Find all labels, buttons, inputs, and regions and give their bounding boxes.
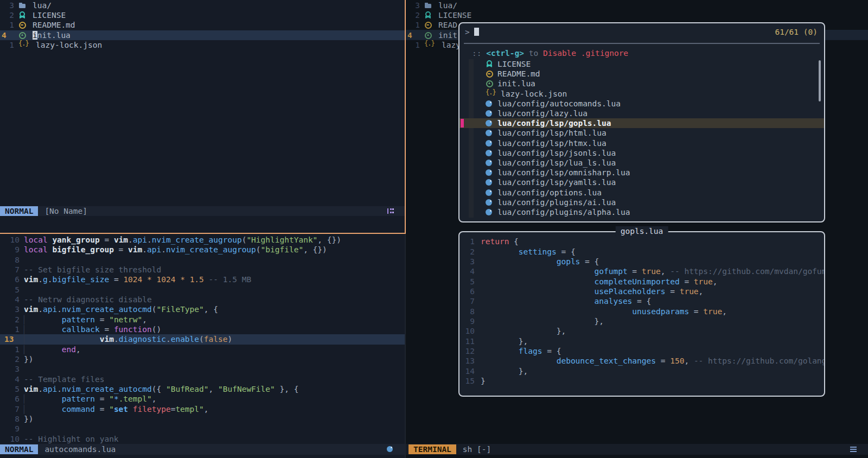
code-line: 3 gopls = { — [459, 257, 824, 266]
initlua-icon — [424, 31, 432, 39]
code-line: 10local yank_group = vim.api.nvim_create… — [0, 235, 405, 245]
tree-icon — [387, 208, 394, 214]
right-terminal-pane: 3lua/2LICENSE1READ4init1lazy TERMINAL sh… — [406, 0, 868, 458]
code-line: 7▏ command = "set filetype=templ", — [0, 404, 405, 414]
line-number: 7 — [0, 265, 20, 274]
file-name: LICENSE — [438, 11, 471, 20]
code-text: }, — [481, 317, 604, 326]
folder-icon — [424, 2, 432, 9]
code-text: vim.api.nvim_create_autocmd({ "BufRead",… — [24, 385, 298, 393]
code-line: 4-- Netrw diagnostic disable — [0, 295, 405, 304]
line-number: 1 — [0, 345, 20, 354]
line-number: 6 — [0, 275, 20, 284]
line-number: 4 — [459, 267, 475, 276]
line-number: 8 — [0, 256, 20, 264]
line-number: 9 — [0, 245, 20, 254]
finder-item[interactable]: lua/config/options.lua — [459, 187, 824, 197]
finder-item-label: lua/config/lazy.lua — [497, 109, 588, 118]
code-text: -- Highlight on yank — [24, 435, 119, 443]
line-number: 1 — [0, 325, 20, 334]
code-text: }, — [481, 327, 566, 335]
code-line: 13▏ vim.diagnostic.enable(false) — [0, 334, 405, 344]
file-row[interactable]: 1README.md — [0, 20, 405, 30]
line-number: 1 — [406, 41, 420, 49]
finder-item[interactable]: init.lua — [459, 79, 824, 88]
line-number: 2 — [406, 11, 420, 20]
line-number: 14 — [459, 367, 475, 376]
file-row[interactable]: 2LICENSE — [0, 10, 405, 20]
neovim-screen: 3lua/2LICENSE1README.md4init.lua1lazy-lo… — [0, 0, 868, 458]
finder-scrollbar[interactable] — [819, 60, 821, 101]
code-line: 9 }, — [459, 316, 824, 326]
finder-item[interactable]: lua/config/lazy.lua — [459, 109, 824, 118]
text-cursor — [474, 28, 479, 36]
line-number: 4 — [0, 295, 20, 304]
line-number: 5 — [459, 277, 475, 286]
finder-item[interactable]: lua/config/plugins/ai.lua — [459, 198, 824, 207]
line-number: 1 — [459, 237, 475, 246]
code-line: 14 }, — [459, 366, 824, 376]
prompt-symbol: > — [465, 28, 470, 36]
finder-item[interactable]: lua/config/autocomands.lua — [459, 99, 824, 109]
code-line: 13 debounce_text_changes = 150, -- https… — [459, 356, 824, 366]
code-text: vim.api.nvim_create_autocmd("FileType", … — [24, 305, 218, 314]
finder-item-label: lua/config/autocomands.lua — [497, 99, 621, 108]
finder-item[interactable]: lazy-lock.json — [459, 89, 824, 99]
code-line: 2▏ pattern = "netrw", — [0, 315, 405, 325]
line-number: 10 — [0, 435, 20, 443]
finder-prompt[interactable]: > 61/61 (0) — [465, 27, 818, 37]
code-text: ▏ callback = function() — [24, 325, 161, 334]
finder-item-label: lua/config/options.lua — [497, 188, 602, 197]
finder-item[interactable]: LICENSE — [459, 59, 824, 69]
finder-results-list[interactable]: LICENSEREADME.mdinit.lualazy-lock.jsonlu… — [459, 59, 824, 217]
lua-icon — [486, 199, 493, 206]
line-number: 10 — [459, 327, 475, 335]
file-explorer-left[interactable]: 3lua/2LICENSE1README.md4init.lua1lazy-lo… — [0, 1, 405, 50]
code-line: 5 completeUnimported = true, — [459, 276, 824, 286]
line-number: 1 — [406, 21, 420, 29]
statusline-filename: [No Name] — [44, 207, 87, 215]
initlua-icon — [18, 31, 26, 39]
code-text: -- Netrw diagnostic disable — [24, 295, 152, 304]
file-name: lazy-lock.json — [36, 41, 102, 49]
code-editor-autocomands[interactable]: 10local yank_group = vim.api.nvim_create… — [0, 235, 405, 444]
file-row[interactable]: 3lua/ — [406, 1, 868, 10]
code-text: ▏ pattern = "*.templ", — [24, 395, 156, 403]
file-name: init — [438, 31, 457, 40]
code-text: flags = { — [481, 347, 561, 355]
finder-item[interactable]: lua/config/lsp/yamlls.lua — [459, 177, 824, 187]
finder-item[interactable]: lua/config/lsp/gopls.lua — [459, 118, 824, 128]
code-text: settings = { — [481, 247, 576, 256]
finder-separator — [464, 43, 820, 44]
finder-item[interactable]: lua/config/lsp/jsonls.lua — [459, 148, 824, 158]
line-number: 5 — [0, 285, 20, 294]
license-icon — [424, 11, 432, 19]
code-line: 6▏ pattern = "*.templ", — [0, 394, 405, 404]
code-text: local bigfile_group = vim.api.nvim_creat… — [24, 245, 327, 254]
file-row[interactable]: 4init.lua — [0, 30, 405, 40]
line-number: 15 — [459, 377, 475, 385]
finder-item[interactable]: lua/config/lsp/html.lua — [459, 128, 824, 138]
file-name: init.lua — [33, 31, 71, 40]
line-number: 6 — [459, 287, 475, 296]
folder-icon — [18, 2, 26, 9]
code-line: 9 — [0, 424, 405, 434]
fuzzy-finder-window[interactable]: > 61/61 (0) :: <ctrl-g> to Disable .giti… — [458, 22, 825, 222]
file-name: lua/ — [438, 1, 457, 10]
line-number: 3 — [459, 257, 475, 266]
finder-item[interactable]: README.md — [459, 69, 824, 79]
finder-item[interactable]: lua/config/lsp/lua_ls.lua — [459, 158, 824, 168]
code-line: 7 analyses = { — [459, 296, 824, 306]
json-icon — [486, 90, 496, 98]
lua-icon — [486, 139, 493, 147]
code-text: debounce_text_changes = 150, -- https://… — [481, 357, 824, 365]
statusline-filename: autocomands.lua — [44, 445, 116, 454]
file-row[interactable]: 2LICENSE — [406, 10, 868, 20]
finder-item[interactable]: lua/config/lsp/htmx.lua — [459, 138, 824, 148]
file-row[interactable]: 1lazy-lock.json — [0, 40, 405, 50]
finder-item[interactable]: lua/config/lsp/omnisharp.lua — [459, 168, 824, 177]
finder-item[interactable]: lua/config/plugins/alpha.lua — [459, 207, 824, 217]
line-number: 9 — [459, 317, 475, 326]
file-row[interactable]: 3lua/ — [0, 1, 405, 10]
finder-item-label: lua/config/plugins/alpha.lua — [497, 208, 630, 217]
